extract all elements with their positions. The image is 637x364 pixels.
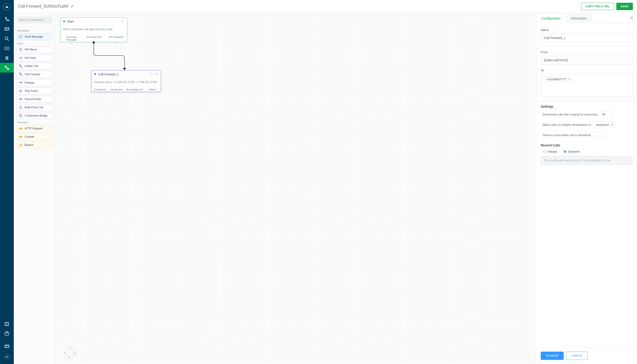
pan-right-button[interactable] <box>72 350 77 355</box>
svg-rect-4 <box>5 66 7 67</box>
svg-point-9 <box>20 48 20 49</box>
component-branch[interactable]: Branch <box>17 142 53 148</box>
output-busy-rejected[interactable]: Busy/Rejected <box>125 87 144 92</box>
nav-messages[interactable] <box>0 24 14 34</box>
message-icon <box>19 35 23 39</box>
node-start[interactable]: Start i PHLO Execution will start from t… <box>60 18 127 42</box>
info-icon[interactable]: i <box>121 20 124 23</box>
radio-dynamic[interactable]: Dynamic <box>563 150 580 153</box>
nav-billing[interactable] <box>0 342 14 351</box>
svg-rect-25 <box>19 128 22 129</box>
svg-point-13 <box>21 49 21 50</box>
canvas[interactable]: Start i PHLO Execution will start from t… <box>56 13 536 364</box>
forward-icon <box>19 72 23 76</box>
output-incoming-message[interactable]: Incoming Message <box>60 34 83 42</box>
output-incoming-call[interactable]: Incoming Call <box>83 34 105 42</box>
svg-point-17 <box>22 50 22 51</box>
logo-icon <box>3 3 11 10</box>
output-no-answer[interactable]: No Answer <box>108 87 125 92</box>
conference-icon <box>19 114 23 118</box>
pan-left-button[interactable] <box>63 350 67 355</box>
status-dot-icon <box>94 73 96 75</box>
to-label: To <box>541 68 632 72</box>
input-icon <box>19 56 23 60</box>
search-input[interactable] <box>17 16 53 24</box>
edit-icon[interactable] <box>71 4 74 9</box>
node-body: PHLO Execution will start from this node <box>60 25 127 34</box>
multi-dest-select[interactable]: sequence ▴▾ <box>593 122 615 128</box>
save-button[interactable]: SAVE <box>616 3 633 10</box>
svg-point-16 <box>21 50 21 51</box>
component-call-forward[interactable]: Call Forward <box>17 71 53 78</box>
nav-numbers[interactable] <box>0 53 14 63</box>
name-field[interactable] <box>541 34 632 42</box>
component-play-audio[interactable]: Play Audio <box>17 88 53 94</box>
component-label: Send Message <box>25 35 43 38</box>
node-title: Call Forward_1 <box>98 72 148 76</box>
component-label: Hangup <box>25 81 34 84</box>
node-title: Start <box>67 20 119 23</box>
close-icon[interactable]: ✕ <box>154 72 158 76</box>
page-title: Call Forward_5c0fcbcf1afef <box>18 4 68 9</box>
component-send-message[interactable]: Send Message <box>17 33 53 40</box>
nav-help[interactable] <box>0 329 14 338</box>
ring-seconds-field[interactable] <box>600 111 612 118</box>
copy-phlo-url-button[interactable]: COPY PHLO URL <box>581 3 614 10</box>
component-label: Record Audio <box>25 98 41 101</box>
node-call-forward[interactable]: Call Forward_1 i ✕ Forward call to +1 20… <box>91 70 161 92</box>
http-icon <box>19 126 23 130</box>
tab-configuration[interactable]: Configuration <box>536 13 566 23</box>
svg-point-28 <box>20 146 20 146</box>
ring-label: Disconnect call after ringing for (secon… <box>543 113 597 116</box>
component-hangup[interactable]: Hangup <box>17 79 53 86</box>
to-field[interactable]: +14156667777 ✕ <box>541 74 632 97</box>
section-functions-label: Functions <box>17 121 53 124</box>
send-input-label: Send as input when call is answered <box>543 133 591 137</box>
remove-tag-icon[interactable]: ✕ <box>568 78 571 81</box>
dynamic-variable-field[interactable] <box>541 156 632 165</box>
component-record-audio[interactable]: Record Audio <box>17 96 53 102</box>
output-failed[interactable]: Failed <box>144 87 161 92</box>
user-avatar[interactable]: NS <box>4 354 10 360</box>
edge <box>93 43 130 70</box>
nav-phlo[interactable] <box>0 63 14 72</box>
component-conference-bridge[interactable]: Conference Bridge <box>17 112 53 119</box>
svg-point-1 <box>5 37 8 40</box>
nav-calls[interactable] <box>0 15 14 24</box>
arrowhead-icon <box>123 68 126 70</box>
component-get-input[interactable]: Get Input <box>17 54 53 61</box>
svg-point-22 <box>19 108 20 108</box>
svg-point-15 <box>20 50 20 51</box>
component-label: HTTP Request <box>25 127 43 130</box>
from-field[interactable] <box>541 56 632 64</box>
svg-rect-26 <box>19 136 22 138</box>
component-multi-party-call[interactable]: Multi-Party Call <box>17 104 53 111</box>
svg-point-21 <box>21 106 21 107</box>
component-initiate-call[interactable]: Initiate Call <box>17 63 53 70</box>
component-label: Call Forward <box>25 73 40 76</box>
validate-button[interactable]: VALIDATE <box>541 352 564 360</box>
component-label: Get Input <box>25 56 36 60</box>
radio-always[interactable]: Always <box>543 150 557 153</box>
speaker-icon <box>19 89 23 93</box>
svg-point-20 <box>21 98 22 100</box>
component-label: Counter <box>25 135 35 138</box>
send-input-field[interactable] <box>593 132 605 138</box>
nav-docs[interactable] <box>0 319 14 329</box>
nav-lookup[interactable] <box>0 34 14 44</box>
component-counter[interactable]: Counter <box>17 133 53 140</box>
output-api-request[interactable]: API Request <box>105 34 127 42</box>
output-completed[interactable]: Completed <box>91 87 108 92</box>
pan-up-button[interactable] <box>67 346 72 350</box>
counter-icon <box>19 135 23 139</box>
tab-information[interactable]: Information <box>565 13 592 23</box>
network-icon <box>19 105 23 110</box>
cancel-button[interactable]: CANCEL <box>566 352 588 360</box>
close-panel-button[interactable]: ✕ <box>628 14 635 22</box>
component-http-request[interactable]: HTTP Request <box>17 125 53 132</box>
dialpad-icon <box>19 48 23 52</box>
component-ivr-menu[interactable]: IVR Menu <box>17 46 53 53</box>
pan-down-button[interactable] <box>67 355 72 360</box>
nav-sip[interactable]: SIP <box>0 44 14 53</box>
info-icon[interactable]: i <box>149 72 153 76</box>
